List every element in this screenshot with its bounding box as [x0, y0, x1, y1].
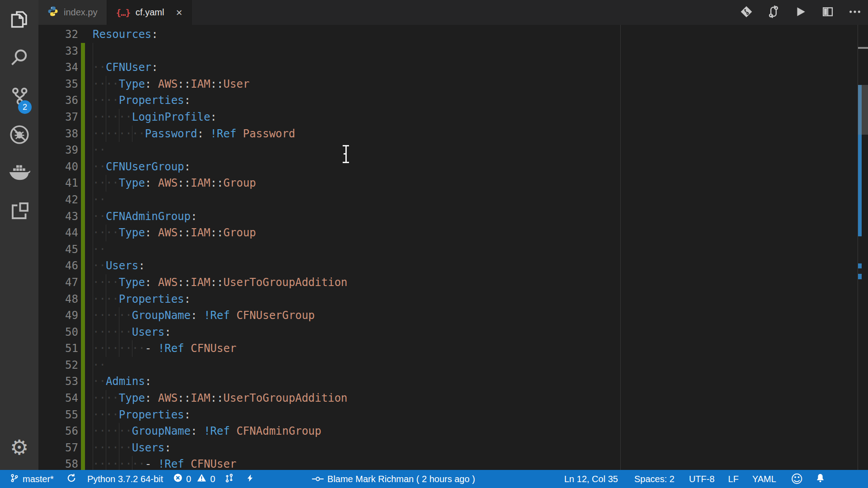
status-language-mode[interactable]: YAML [752, 474, 776, 484]
token-val: IAM [191, 392, 210, 404]
status-indentation[interactable]: Spaces: 2 [634, 474, 675, 484]
git-gutter-added-indicator [81, 373, 85, 390]
status-errors[interactable]: 0 [173, 473, 191, 485]
indent-guide [106, 456, 106, 470]
code-line-39[interactable]: 39·· [38, 142, 868, 159]
token-key: Type [119, 78, 145, 90]
indent-guide [119, 324, 119, 341]
code-line-33[interactable]: 33 [38, 43, 868, 60]
indent-guide [93, 357, 93, 374]
indent-guide [93, 208, 93, 225]
sidebar-item-explorer[interactable] [0, 0, 38, 38]
code-line-45[interactable]: 45·· [38, 241, 868, 258]
status-python-version[interactable]: Python 3.7.2 64-bit [87, 474, 163, 484]
code-line-51[interactable]: 51········- !Ref CFNUser [38, 340, 868, 357]
more-actions-button[interactable] [848, 6, 862, 19]
git-gutter-added-indicator [81, 43, 85, 60]
code-line-43[interactable]: 43··CFNAdminGroup: [38, 208, 868, 225]
tab-label: index.py [64, 7, 98, 18]
open-changes-button[interactable] [740, 6, 753, 19]
code-line-36[interactable]: 36····Properties: [38, 92, 868, 109]
token-key: CFNUserGroup [106, 160, 184, 173]
token-key: Type [119, 226, 145, 239]
code-line-44[interactable]: 44····Type: AWS::IAM::Group [38, 225, 868, 241]
token-sp [151, 177, 158, 189]
play-icon [795, 6, 807, 19]
line-number: 44 [38, 225, 78, 241]
code-line-55[interactable]: 55····Properties: [38, 407, 868, 423]
code-line-49[interactable]: 49······GroupName: !Ref CFNUserGroup [38, 307, 868, 324]
status-notifications[interactable] [816, 473, 825, 485]
code-line-38[interactable]: 38········Password: !Ref Password [38, 126, 868, 142]
token-val: Group [223, 226, 256, 239]
rendered-whitespace: ·· [93, 259, 106, 272]
code-line-40[interactable]: 40··CFNUserGroup: [38, 159, 868, 175]
synchronize-button[interactable] [767, 6, 780, 19]
token-val: AWS [158, 276, 178, 289]
code-line-58[interactable]: 58········- !Ref CFNUser [38, 456, 868, 470]
code-line-50[interactable]: 50······Users: [38, 324, 868, 341]
sidebar-item-settings[interactable]: ⚙ [0, 428, 38, 466]
split-editor-button[interactable] [821, 6, 835, 19]
scrollbar-slider[interactable] [858, 85, 868, 135]
sidebar-item-debug[interactable] [0, 115, 38, 154]
encoding-label: UTF-8 [689, 474, 715, 484]
rendered-whitespace: ·· [93, 160, 106, 173]
status-git-branch[interactable]: master* [10, 473, 54, 485]
line-number: 49 [38, 307, 78, 324]
code-line-54[interactable]: 54····Type: AWS::IAM::UserToGroupAdditio… [38, 390, 868, 407]
editor-actions [740, 0, 862, 25]
status-cursor-position[interactable]: Ln 12, Col 35 [564, 474, 618, 484]
warning-count: 0 [210, 474, 215, 484]
status-bolt[interactable] [246, 473, 254, 485]
status-compare-changes[interactable] [224, 473, 234, 485]
git-diamond-icon [740, 5, 753, 20]
sidebar-item-extensions[interactable] [0, 192, 38, 230]
sidebar-item-source-control[interactable]: 2 [0, 77, 38, 115]
sidebar-item-search[interactable] [0, 38, 38, 77]
code-line-34[interactable]: 34··CFNUser: [38, 59, 868, 76]
extensions-icon [9, 201, 30, 222]
token-val: AWS [158, 226, 178, 239]
code-line-41[interactable]: 41····Type: AWS::IAM::Group [38, 175, 868, 192]
git-gutter-added-indicator [81, 208, 85, 225]
code-line-35[interactable]: 35····Type: AWS::IAM::User [38, 76, 868, 93]
code-line-47[interactable]: 47····Type: AWS::IAM::UserToGroupAdditio… [38, 274, 868, 291]
line-number: 43 [38, 208, 78, 225]
indent-guide [93, 142, 93, 159]
code-line-37[interactable]: 37······LoginProfile: [38, 109, 868, 126]
code-editor[interactable]: 32Resources:3334··CFNUser:35····Type: AW… [38, 25, 868, 470]
debug-no-bug-icon [9, 124, 30, 145]
sidebar-item-docker[interactable] [0, 154, 38, 192]
code-line-53[interactable]: 53··Admins: [38, 373, 868, 390]
code-line-46[interactable]: 46··Users: [38, 258, 868, 274]
sync-arrows-icon [767, 5, 780, 20]
status-eol[interactable]: LF [728, 474, 739, 484]
status-sync[interactable] [66, 473, 76, 485]
tab-index-py[interactable]: index.py [38, 0, 107, 25]
code-line-42[interactable]: 42·· [38, 192, 868, 208]
code-line-57[interactable]: 57······Users: [38, 440, 868, 456]
eol-label: LF [728, 474, 739, 484]
status-encoding[interactable]: UTF-8 [689, 474, 715, 484]
blame-label: Blame Mark Richman ( 2 hours ago ) [327, 474, 475, 484]
tab-cf-yaml[interactable]: {…} cf.yaml × [107, 0, 192, 25]
status-gitlens-blame[interactable]: Blame Mark Richman ( 2 hours ago ) [312, 474, 475, 484]
line-number: 38 [38, 126, 78, 142]
token-punc: :: [178, 177, 191, 189]
token-punc: : [138, 259, 145, 272]
indent-guide [93, 225, 93, 241]
rendered-whitespace: ······ [93, 441, 132, 454]
commit-icon [312, 474, 324, 484]
code-line-52[interactable]: 52·· [38, 357, 868, 374]
token-val: Password [243, 127, 295, 140]
status-warnings[interactable]: 0 [197, 473, 215, 485]
status-feedback[interactable]: ☺ [791, 473, 803, 485]
token-punc: : [151, 61, 158, 74]
code-line-32[interactable]: 32Resources: [38, 26, 868, 43]
code-line-56[interactable]: 56······GroupName: !Ref CFNAdminGroup [38, 423, 868, 440]
run-button[interactable] [794, 6, 807, 19]
code-line-48[interactable]: 48····Properties: [38, 291, 868, 308]
close-icon[interactable]: × [176, 7, 182, 18]
indent-guide [93, 258, 93, 274]
